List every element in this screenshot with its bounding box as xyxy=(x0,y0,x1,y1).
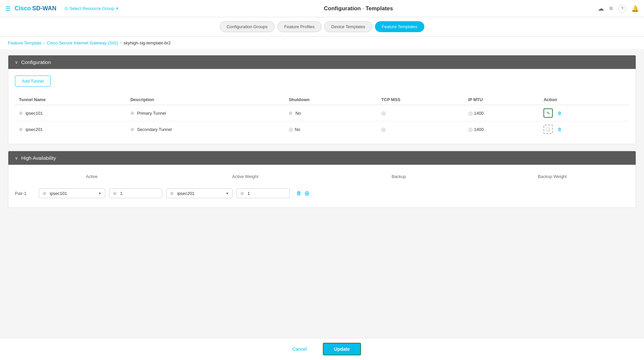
breadcrumb: Feature Template › Cisco Secure Internet… xyxy=(0,36,644,50)
description-value: Primary Tunnel xyxy=(137,111,166,116)
globe-icon: ⊕ xyxy=(19,110,23,116)
description-cell: ⊕ Secondary Tunnel xyxy=(126,121,285,138)
breadcrumb-sig[interactable]: Cisco Secure Internet Gateway (SIG) xyxy=(47,40,118,45)
ip-mtu-cell: ◎ 1400 xyxy=(464,121,540,138)
ha-active-weight-field[interactable]: ⊕ 1 xyxy=(109,188,162,198)
chevron-down-icon: ▼ xyxy=(226,192,229,195)
footer-spacer xyxy=(8,214,636,238)
brand-sdwan: SD-WAN xyxy=(32,5,56,12)
tab-feature-templates[interactable]: Feature Templates xyxy=(375,21,424,32)
ha-backup-select[interactable]: ipsec201 ipsec101 xyxy=(177,191,224,196)
ha-add-button[interactable]: ⊕ xyxy=(304,189,310,197)
col-tcp-mss: TCP MSS xyxy=(377,94,464,105)
tab-feature-profiles[interactable]: Feature Profiles xyxy=(277,21,322,32)
configuration-section: ∨ Configuration Add Tunnel Tunnel Name D… xyxy=(8,55,636,144)
ha-col-backup: Backup xyxy=(322,171,476,182)
check-circle-icon: ◎ xyxy=(468,110,473,116)
tunnel-name-cell: ⊕ ipsec101 xyxy=(15,105,126,121)
tab-device-templates[interactable]: Device Templates xyxy=(324,21,372,32)
ha-pair-actions: 🗑 ⊕ xyxy=(296,189,310,197)
ha-active-weight-input[interactable]: 1 xyxy=(120,191,159,196)
tcp-mss-cell: ◎ xyxy=(377,121,464,138)
delete-button[interactable]: 🗑 xyxy=(555,109,563,117)
brand-logo: Cisco SD-WAN xyxy=(15,5,56,12)
breadcrumb-feature-template[interactable]: Feature Template xyxy=(8,40,41,45)
ha-col-backup-weight: Backup Weight xyxy=(475,171,629,182)
delete-button[interactable]: 🗑 xyxy=(555,125,563,133)
check-circle-icon: ◎ xyxy=(468,126,473,133)
ha-section-header[interactable]: ∨ High Availability xyxy=(8,151,636,165)
tab-configuration-groups[interactable]: Configuration Groups xyxy=(220,21,275,32)
check-circle-icon: ◎ xyxy=(381,127,386,132)
configuration-section-body: Add Tunnel Tunnel Name Description Shutd… xyxy=(8,69,636,144)
col-action: Action xyxy=(539,94,629,105)
table-row: ⊕ ipsec101 ⊕ Primary Tunnel xyxy=(15,105,629,121)
configuration-section-title: Configuration xyxy=(21,59,51,65)
ip-mtu-cell: ◎ 1400 xyxy=(464,105,540,121)
globe-icon: ⊕ xyxy=(19,127,23,132)
ha-column-headers: Active Active Weight Backup Backup Weigh… xyxy=(15,171,629,182)
brand-cisco: Cisco xyxy=(15,5,31,12)
breadcrumb-sep-1: › xyxy=(43,40,45,45)
description-value: Secondary Tunnel xyxy=(137,127,172,132)
ha-col-active: Active xyxy=(15,171,169,182)
ha-backup-weight-input[interactable]: 1 xyxy=(248,191,286,196)
chevron-down-icon: ∨ xyxy=(15,156,18,160)
shutdown-value: No xyxy=(295,111,301,116)
page-title: Configuration · Templates xyxy=(119,5,598,12)
breadcrumb-current: skyhigh-sig-template-br2 xyxy=(123,40,171,45)
high-availability-section: ∨ High Availability Active Active Weight… xyxy=(8,151,636,208)
col-tunnel-name: Tunnel Name xyxy=(15,94,126,105)
copy-button[interactable]: ❏ xyxy=(543,125,553,134)
chevron-down-icon: ▼ xyxy=(115,7,119,10)
globe-icon: ⊕ xyxy=(240,191,244,196)
col-shutdown: Shutdown xyxy=(285,94,377,105)
description-cell: ⊕ Primary Tunnel xyxy=(126,105,285,121)
ha-pair-label: Pair-1 xyxy=(15,191,35,196)
shutdown-cell: ⊕ No xyxy=(285,105,377,121)
ha-backup-field[interactable]: ⊕ ipsec201 ipsec101 ▼ xyxy=(166,188,233,198)
ha-pair-row: Pair-1 ⊕ ipsec101 ipsec201 ▼ ⊕ 1 xyxy=(15,186,629,201)
apps-icon[interactable]: ≡ xyxy=(609,5,613,12)
ha-col-active-weight: Active Weight xyxy=(169,171,322,182)
ha-backup-weight-field[interactable]: ⊕ 1 xyxy=(237,188,290,198)
location-icon: ⊙ xyxy=(64,6,68,11)
globe-icon: ⊕ xyxy=(42,191,46,196)
globe-icon: ⊕ xyxy=(170,191,174,196)
action-cell: ❏ 🗑 xyxy=(539,121,629,138)
tcp-mss-cell: ◎ xyxy=(377,105,464,121)
main-content: ∨ Configuration Add Tunnel Tunnel Name D… xyxy=(0,50,644,243)
action-cell: ✎ 🗑 xyxy=(539,105,629,121)
configuration-section-header[interactable]: ∨ Configuration xyxy=(8,55,636,69)
tab-bar: Configuration Groups Feature Profiles De… xyxy=(0,17,644,36)
ha-active-field[interactable]: ⊕ ipsec101 ipsec201 ▼ xyxy=(39,188,105,198)
shutdown-cell: ◎ No xyxy=(285,121,377,138)
check-circle-icon: ◎ xyxy=(289,126,293,133)
top-navigation: ☰ Cisco SD-WAN ⊙ Select Resource Group ▼… xyxy=(0,0,644,17)
ha-active-select[interactable]: ipsec101 ipsec201 xyxy=(50,191,96,196)
chevron-down-icon: ▼ xyxy=(98,192,102,195)
check-circle-icon: ◎ xyxy=(381,110,386,116)
hamburger-icon[interactable]: ☰ xyxy=(5,5,11,12)
resource-group-selector[interactable]: ⊙ Select Resource Group ▼ xyxy=(64,6,119,11)
ha-section-title: High Availability xyxy=(21,155,56,161)
tunnel-table: Tunnel Name Description Shutdown TCP MSS… xyxy=(15,94,629,137)
globe-icon: ⊕ xyxy=(289,110,293,116)
globe-icon: ⊕ xyxy=(130,127,134,132)
edit-button[interactable]: ✎ xyxy=(543,108,553,118)
resource-group-label: Select Resource Group xyxy=(69,6,114,11)
ha-delete-button[interactable]: 🗑 xyxy=(296,190,302,196)
ip-mtu-value: 1400 xyxy=(474,127,484,132)
col-description: Description xyxy=(126,94,285,105)
add-tunnel-button[interactable]: Add Tunnel xyxy=(15,76,51,87)
shutdown-value: No xyxy=(295,127,300,132)
bell-icon[interactable]: 🔔 xyxy=(631,5,639,12)
breadcrumb-sep-2: › xyxy=(120,40,121,45)
tunnel-name-value: ipsec201 xyxy=(26,127,43,132)
chevron-down-icon: ∨ xyxy=(15,60,18,65)
table-row: ⊕ ipsec201 ⊕ Secondary Tunnel xyxy=(15,121,629,138)
globe-icon: ⊕ xyxy=(130,110,134,116)
col-ip-mtu: IP MTU xyxy=(464,94,540,105)
help-icon[interactable]: ? xyxy=(618,5,626,13)
cloud-icon[interactable]: ☁ xyxy=(598,5,604,12)
